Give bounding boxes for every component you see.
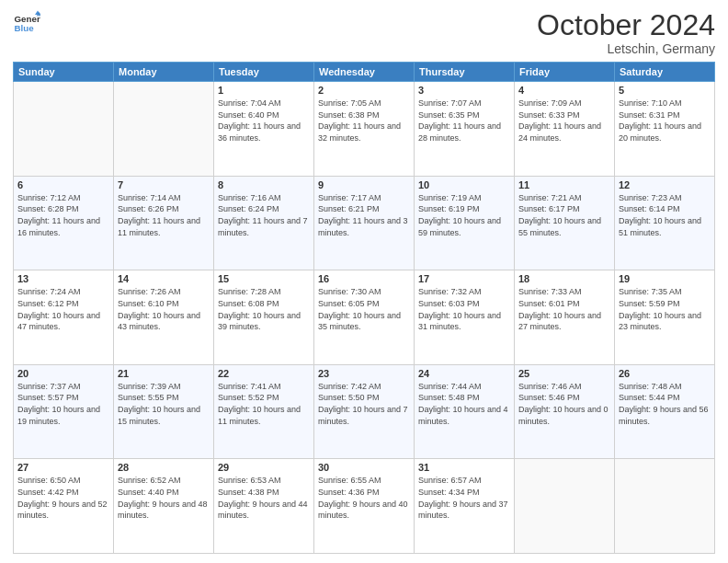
- cell-info: Sunrise: 7:21 AM Sunset: 6:17 PM Dayligh…: [518, 192, 610, 238]
- cell-info: Sunrise: 7:24 AM Sunset: 6:12 PM Dayligh…: [17, 286, 109, 332]
- calendar-header-row: Sunday Monday Tuesday Wednesday Thursday…: [14, 63, 715, 82]
- calendar-cell-2-6: 19Sunrise: 7:35 AM Sunset: 5:59 PM Dayli…: [615, 270, 715, 365]
- calendar-cell-4-2: 29Sunrise: 6:53 AM Sunset: 4:38 PM Dayli…: [214, 459, 314, 554]
- calendar-cell-4-5: [515, 459, 615, 554]
- col-wednesday: Wednesday: [314, 63, 415, 82]
- day-number: 24: [418, 368, 510, 379]
- calendar-cell-3-6: 26Sunrise: 7:48 AM Sunset: 5:44 PM Dayli…: [615, 364, 715, 459]
- cell-info: Sunrise: 7:07 AM Sunset: 6:35 PM Dayligh…: [418, 98, 510, 144]
- cell-info: Sunrise: 7:30 AM Sunset: 6:05 PM Dayligh…: [318, 286, 410, 332]
- day-number: 27: [17, 462, 109, 473]
- day-number: 7: [118, 179, 210, 190]
- day-number: 4: [518, 85, 610, 96]
- cell-info: Sunrise: 7:17 AM Sunset: 6:21 PM Dayligh…: [318, 192, 410, 238]
- cell-info: Sunrise: 7:46 AM Sunset: 5:46 PM Dayligh…: [518, 381, 610, 427]
- day-number: 16: [318, 273, 410, 284]
- cell-info: Sunrise: 7:19 AM Sunset: 6:19 PM Dayligh…: [418, 192, 510, 238]
- day-number: 6: [17, 179, 109, 190]
- calendar-cell-2-5: 18Sunrise: 7:33 AM Sunset: 6:01 PM Dayli…: [515, 270, 615, 365]
- cell-info: Sunrise: 6:53 AM Sunset: 4:38 PM Dayligh…: [218, 475, 310, 521]
- generalblue-logo-icon: General Blue: [13, 9, 40, 37]
- cell-info: Sunrise: 7:48 AM Sunset: 5:44 PM Dayligh…: [619, 381, 711, 427]
- calendar-cell-0-2: 1Sunrise: 7:04 AM Sunset: 6:40 PM Daylig…: [214, 82, 314, 177]
- week-row-3: 13Sunrise: 7:24 AM Sunset: 6:12 PM Dayli…: [14, 270, 715, 365]
- day-number: 11: [518, 179, 610, 190]
- calendar-cell-4-1: 28Sunrise: 6:52 AM Sunset: 4:40 PM Dayli…: [114, 459, 214, 554]
- week-row-1: 1Sunrise: 7:04 AM Sunset: 6:40 PM Daylig…: [14, 82, 715, 177]
- page: General Blue October 2024 Letschin, Germ…: [0, 0, 728, 563]
- day-number: 26: [619, 368, 711, 379]
- col-saturday: Saturday: [615, 63, 715, 82]
- day-number: 9: [318, 179, 410, 190]
- calendar-cell-0-3: 2Sunrise: 7:05 AM Sunset: 6:38 PM Daylig…: [314, 82, 415, 177]
- calendar-cell-1-3: 9Sunrise: 7:17 AM Sunset: 6:21 PM Daylig…: [314, 176, 415, 270]
- title-block: October 2024 Letschin, Germany: [537, 9, 715, 56]
- location: Letschin, Germany: [537, 41, 715, 56]
- calendar-cell-1-6: 12Sunrise: 7:23 AM Sunset: 6:14 PM Dayli…: [615, 176, 715, 270]
- calendar-cell-2-0: 13Sunrise: 7:24 AM Sunset: 6:12 PM Dayli…: [14, 270, 114, 365]
- calendar-cell-0-1: [114, 82, 214, 177]
- col-friday: Friday: [515, 63, 615, 82]
- calendar-cell-0-6: 5Sunrise: 7:10 AM Sunset: 6:31 PM Daylig…: [615, 82, 715, 177]
- day-number: 17: [418, 273, 510, 284]
- cell-info: Sunrise: 6:52 AM Sunset: 4:40 PM Dayligh…: [118, 475, 210, 521]
- calendar-table: Sunday Monday Tuesday Wednesday Thursday…: [13, 62, 715, 554]
- day-number: 5: [619, 85, 711, 96]
- day-number: 12: [619, 179, 711, 190]
- day-number: 18: [518, 273, 610, 284]
- day-number: 8: [218, 179, 310, 190]
- calendar-cell-1-2: 8Sunrise: 7:16 AM Sunset: 6:24 PM Daylig…: [214, 176, 314, 270]
- calendar-cell-2-1: 14Sunrise: 7:26 AM Sunset: 6:10 PM Dayli…: [114, 270, 214, 365]
- day-number: 13: [17, 273, 109, 284]
- cell-info: Sunrise: 7:05 AM Sunset: 6:38 PM Dayligh…: [318, 98, 410, 144]
- logo: General Blue: [13, 9, 40, 37]
- day-number: 31: [418, 462, 510, 473]
- svg-text:Blue: Blue: [15, 23, 35, 33]
- cell-info: Sunrise: 7:14 AM Sunset: 6:26 PM Dayligh…: [118, 192, 210, 238]
- day-number: 3: [418, 85, 510, 96]
- cell-info: Sunrise: 7:28 AM Sunset: 6:08 PM Dayligh…: [218, 286, 310, 332]
- cell-info: Sunrise: 7:42 AM Sunset: 5:50 PM Dayligh…: [318, 381, 410, 427]
- day-number: 29: [218, 462, 310, 473]
- day-number: 20: [17, 368, 109, 379]
- day-number: 25: [518, 368, 610, 379]
- calendar-cell-0-4: 3Sunrise: 7:07 AM Sunset: 6:35 PM Daylig…: [415, 82, 515, 177]
- col-thursday: Thursday: [415, 63, 515, 82]
- cell-info: Sunrise: 7:23 AM Sunset: 6:14 PM Dayligh…: [619, 192, 711, 238]
- calendar-cell-0-0: [14, 82, 114, 177]
- calendar-cell-2-2: 15Sunrise: 7:28 AM Sunset: 6:08 PM Dayli…: [214, 270, 314, 365]
- cell-info: Sunrise: 7:33 AM Sunset: 6:01 PM Dayligh…: [518, 286, 610, 332]
- col-monday: Monday: [114, 63, 214, 82]
- cell-info: Sunrise: 7:37 AM Sunset: 5:57 PM Dayligh…: [17, 381, 109, 427]
- calendar-cell-3-1: 21Sunrise: 7:39 AM Sunset: 5:55 PM Dayli…: [114, 364, 214, 459]
- day-number: 22: [218, 368, 310, 379]
- cell-info: Sunrise: 7:10 AM Sunset: 6:31 PM Dayligh…: [619, 98, 711, 144]
- week-row-2: 6Sunrise: 7:12 AM Sunset: 6:28 PM Daylig…: [14, 176, 715, 270]
- day-number: 14: [118, 273, 210, 284]
- calendar-cell-1-1: 7Sunrise: 7:14 AM Sunset: 6:26 PM Daylig…: [114, 176, 214, 270]
- calendar-cell-1-0: 6Sunrise: 7:12 AM Sunset: 6:28 PM Daylig…: [14, 176, 114, 270]
- day-number: 10: [418, 179, 510, 190]
- day-number: 23: [318, 368, 410, 379]
- calendar-cell-1-4: 10Sunrise: 7:19 AM Sunset: 6:19 PM Dayli…: [415, 176, 515, 270]
- day-number: 28: [118, 462, 210, 473]
- cell-info: Sunrise: 7:16 AM Sunset: 6:24 PM Dayligh…: [218, 192, 310, 238]
- cell-info: Sunrise: 7:39 AM Sunset: 5:55 PM Dayligh…: [118, 381, 210, 427]
- day-number: 1: [218, 85, 310, 96]
- cell-info: Sunrise: 7:12 AM Sunset: 6:28 PM Dayligh…: [17, 192, 109, 238]
- col-tuesday: Tuesday: [214, 63, 314, 82]
- calendar-cell-2-3: 16Sunrise: 7:30 AM Sunset: 6:05 PM Dayli…: [314, 270, 415, 365]
- day-number: 2: [318, 85, 410, 96]
- cell-info: Sunrise: 7:04 AM Sunset: 6:40 PM Dayligh…: [218, 98, 310, 144]
- day-number: 15: [218, 273, 310, 284]
- cell-info: Sunrise: 6:57 AM Sunset: 4:34 PM Dayligh…: [418, 475, 510, 521]
- cell-info: Sunrise: 7:35 AM Sunset: 5:59 PM Dayligh…: [619, 286, 711, 332]
- cell-info: Sunrise: 7:26 AM Sunset: 6:10 PM Dayligh…: [118, 286, 210, 332]
- calendar-cell-3-5: 25Sunrise: 7:46 AM Sunset: 5:46 PM Dayli…: [515, 364, 615, 459]
- calendar-cell-3-4: 24Sunrise: 7:44 AM Sunset: 5:48 PM Dayli…: [415, 364, 515, 459]
- calendar-cell-4-4: 31Sunrise: 6:57 AM Sunset: 4:34 PM Dayli…: [415, 459, 515, 554]
- calendar-cell-4-6: [615, 459, 715, 554]
- col-sunday: Sunday: [14, 63, 114, 82]
- calendar-cell-4-0: 27Sunrise: 6:50 AM Sunset: 4:42 PM Dayli…: [14, 459, 114, 554]
- cell-info: Sunrise: 7:44 AM Sunset: 5:48 PM Dayligh…: [418, 381, 510, 427]
